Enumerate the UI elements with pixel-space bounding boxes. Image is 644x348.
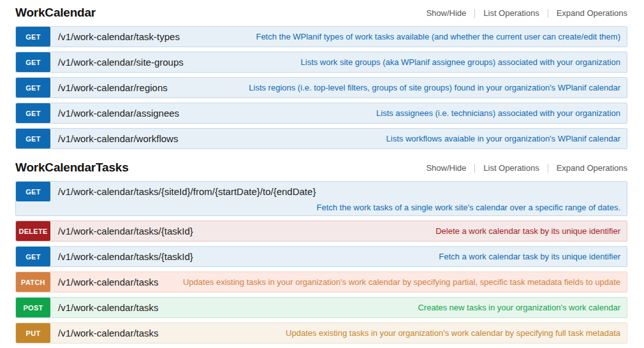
operation-row[interactable]: POST /v1/work-calendar/tasks Creates new… <box>15 297 627 318</box>
divider <box>474 9 475 18</box>
operation-summary: Fetch the work tasks of a single work si… <box>16 201 627 214</box>
operation-row[interactable]: GET /v1/work-calendar/assignees Lists as… <box>15 103 627 124</box>
operation-heading: PATCH /v1/work-calendar/tasks Updates ex… <box>15 272 627 293</box>
operation-row[interactable]: PUT /v1/work-calendar/tasks Updates exis… <box>15 323 627 344</box>
operation-path[interactable]: /v1/work-calendar/workflows <box>58 129 178 149</box>
operations-list: GET /v1/work-calendar/tasks/{siteId}/fro… <box>15 181 627 344</box>
operation-heading: PUT /v1/work-calendar/tasks Updates exis… <box>15 323 627 344</box>
divider <box>548 164 548 173</box>
operation-path[interactable]: /v1/work-calendar/tasks/{taskId} <box>58 247 193 266</box>
operation-row[interactable]: DELETE /v1/work-calendar/tasks/{taskId} … <box>15 221 627 242</box>
operation-heading: GET /v1/work-calendar/tasks/{siteId}/fro… <box>15 181 627 216</box>
section-header: WorkCalendarTasks Show/Hide List Operati… <box>15 159 627 175</box>
operation-summary: Lists regions (i.e. top-level filters, g… <box>249 78 627 98</box>
operation-path[interactable]: /v1/work-calendar/assignees <box>58 103 179 123</box>
operations-list: GET /v1/work-calendar/task-types Fetch t… <box>15 26 627 149</box>
operation-row[interactable]: GET /v1/work-calendar/workflows Lists wo… <box>15 128 627 149</box>
operation-summary: Updates existing tasks in your organizat… <box>286 323 627 343</box>
api-section: WorkCalendarTasks Show/Hide List Operati… <box>15 159 627 344</box>
section-header: WorkCalendar Show/Hide List Operations E… <box>15 4 627 20</box>
operation-heading: GET /v1/work-calendar/workflows Lists wo… <box>15 128 627 149</box>
operation-path[interactable]: /v1/work-calendar/tasks <box>58 272 159 292</box>
divider <box>474 164 475 173</box>
operation-row[interactable]: GET /v1/work-calendar/tasks/{siteId}/fro… <box>15 181 627 216</box>
http-method-badge: GET <box>16 52 50 72</box>
operation-heading: POST /v1/work-calendar/tasks Creates new… <box>15 297 627 318</box>
operation-heading: GET /v1/work-calendar/tasks/{taskId} Fet… <box>15 246 627 267</box>
operation-summary: Delete a work calendar task by its uniqu… <box>435 221 627 241</box>
http-method-badge: GET <box>16 247 50 266</box>
operation-heading: GET /v1/work-calendar/assignees Lists as… <box>15 103 627 124</box>
expand-operations-link[interactable]: Expand Operations <box>557 163 627 173</box>
expand-operations-link[interactable]: Expand Operations <box>557 8 627 18</box>
section-title[interactable]: WorkCalendarTasks <box>15 161 129 175</box>
api-section: WorkCalendar Show/Hide List Operations E… <box>15 4 627 149</box>
operation-row[interactable]: GET /v1/work-calendar/task-types Fetch t… <box>15 26 627 47</box>
section-controls: Show/Hide List Operations Expand Operati… <box>426 163 627 173</box>
operation-path[interactable]: /v1/work-calendar/tasks/{taskId} <box>58 221 193 241</box>
http-method-badge: PUT <box>16 323 50 343</box>
divider <box>548 9 548 18</box>
operation-row[interactable]: GET /v1/work-calendar/tasks/{taskId} Fet… <box>15 246 627 267</box>
operation-summary: Lists workflows avaiable in your organiz… <box>386 129 627 149</box>
section-controls: Show/Hide List Operations Expand Operati… <box>426 8 627 18</box>
operation-summary: Fetch the WPlanif types of work tasks av… <box>256 27 627 47</box>
operation-summary: Creates new tasks in your organization's… <box>418 298 627 317</box>
http-method-badge: PATCH <box>16 272 50 292</box>
http-method-badge: POST <box>16 298 50 317</box>
list-operations-link[interactable]: List Operations <box>483 8 539 18</box>
sections-root: WorkCalendar Show/Hide List Operations E… <box>15 4 627 344</box>
show-hide-link[interactable]: Show/Hide <box>426 8 466 18</box>
list-operations-link[interactable]: List Operations <box>483 163 539 173</box>
operation-row[interactable]: PATCH /v1/work-calendar/tasks Updates ex… <box>15 272 627 293</box>
operation-path[interactable]: /v1/work-calendar/site-groups <box>58 52 184 72</box>
operation-heading: GET /v1/work-calendar/regions Lists regi… <box>15 77 627 98</box>
operation-path[interactable]: /v1/work-calendar/tasks <box>58 298 159 317</box>
operation-path[interactable]: /v1/work-calendar/tasks <box>58 323 159 343</box>
operation-path[interactable]: /v1/work-calendar/task-types <box>58 27 180 47</box>
operation-row[interactable]: GET /v1/work-calendar/regions Lists regi… <box>15 77 627 98</box>
http-method-badge: GET <box>16 103 50 123</box>
section-title[interactable]: WorkCalendar <box>15 6 96 20</box>
operation-heading: GET /v1/work-calendar/site-groups Lists … <box>15 52 627 73</box>
http-method-badge: GET <box>16 182 50 201</box>
operation-summary: Lists assignees (i.e. technicians) assoc… <box>376 103 627 123</box>
operation-heading: GET /v1/work-calendar/task-types Fetch t… <box>15 26 627 47</box>
http-method-badge: DELETE <box>16 221 50 241</box>
operation-summary: Lists work site groups (aka WPlanif assi… <box>301 52 627 72</box>
operation-path[interactable]: /v1/work-calendar/tasks/{siteId}/from/{s… <box>58 182 316 201</box>
http-method-badge: GET <box>16 27 50 47</box>
http-method-badge: GET <box>16 78 50 98</box>
show-hide-link[interactable]: Show/Hide <box>426 163 466 173</box>
operation-row[interactable]: GET /v1/work-calendar/site-groups Lists … <box>15 52 627 73</box>
operation-summary: Fetch a work calendar task by its unique… <box>439 247 627 266</box>
api-documentation: WorkCalendar Show/Hide List Operations E… <box>0 0 644 344</box>
operation-path[interactable]: /v1/work-calendar/regions <box>58 78 168 98</box>
operation-heading: DELETE /v1/work-calendar/tasks/{taskId} … <box>15 221 627 242</box>
operation-summary: Updates existing tasks in your organizat… <box>183 272 627 292</box>
http-method-badge: GET <box>16 129 50 149</box>
